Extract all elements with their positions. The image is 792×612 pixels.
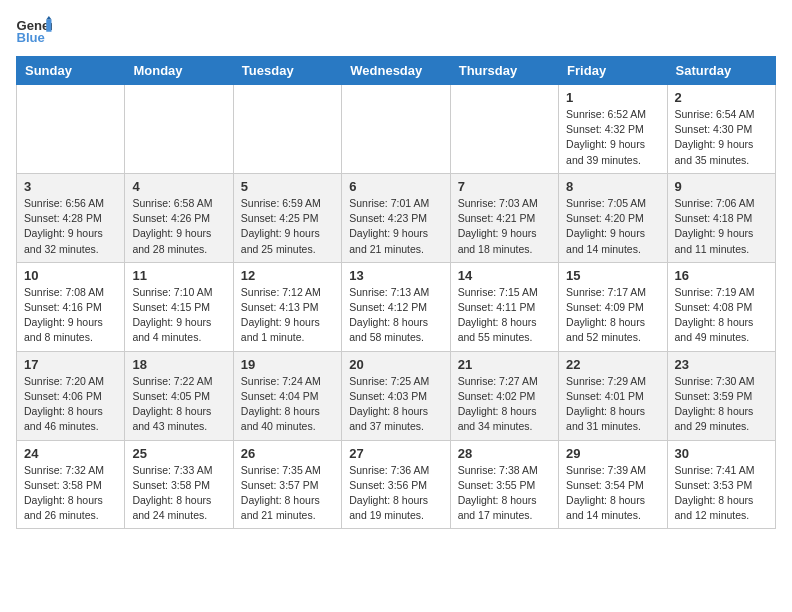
day-info: Sunrise: 7:38 AM Sunset: 3:55 PM Dayligh… [458,464,538,522]
day-cell: 28Sunrise: 7:38 AM Sunset: 3:55 PM Dayli… [450,440,558,529]
day-info: Sunrise: 6:56 AM Sunset: 4:28 PM Dayligh… [24,197,104,255]
logo-icon: General Blue [16,16,52,44]
day-cell: 30Sunrise: 7:41 AM Sunset: 3:53 PM Dayli… [667,440,775,529]
day-number: 20 [349,357,442,372]
day-cell: 3Sunrise: 6:56 AM Sunset: 4:28 PM Daylig… [17,173,125,262]
day-cell: 6Sunrise: 7:01 AM Sunset: 4:23 PM Daylig… [342,173,450,262]
day-info: Sunrise: 7:01 AM Sunset: 4:23 PM Dayligh… [349,197,429,255]
day-info: Sunrise: 6:54 AM Sunset: 4:30 PM Dayligh… [675,108,755,166]
day-cell: 20Sunrise: 7:25 AM Sunset: 4:03 PM Dayli… [342,351,450,440]
day-cell [450,85,558,174]
day-cell [125,85,233,174]
day-info: Sunrise: 7:19 AM Sunset: 4:08 PM Dayligh… [675,286,755,344]
day-number: 2 [675,90,768,105]
day-info: Sunrise: 7:12 AM Sunset: 4:13 PM Dayligh… [241,286,321,344]
day-info: Sunrise: 7:03 AM Sunset: 4:21 PM Dayligh… [458,197,538,255]
week-row-3: 10Sunrise: 7:08 AM Sunset: 4:16 PM Dayli… [17,262,776,351]
day-info: Sunrise: 7:06 AM Sunset: 4:18 PM Dayligh… [675,197,755,255]
day-number: 26 [241,446,334,461]
day-number: 7 [458,179,551,194]
col-header-sunday: Sunday [17,57,125,85]
day-info: Sunrise: 7:30 AM Sunset: 3:59 PM Dayligh… [675,375,755,433]
header-row: SundayMondayTuesdayWednesdayThursdayFrid… [17,57,776,85]
day-info: Sunrise: 7:24 AM Sunset: 4:04 PM Dayligh… [241,375,321,433]
day-cell: 26Sunrise: 7:35 AM Sunset: 3:57 PM Dayli… [233,440,341,529]
day-number: 28 [458,446,551,461]
day-number: 17 [24,357,117,372]
day-cell: 1Sunrise: 6:52 AM Sunset: 4:32 PM Daylig… [559,85,667,174]
day-number: 23 [675,357,768,372]
day-cell: 21Sunrise: 7:27 AM Sunset: 4:02 PM Dayli… [450,351,558,440]
week-row-1: 1Sunrise: 6:52 AM Sunset: 4:32 PM Daylig… [17,85,776,174]
day-number: 25 [132,446,225,461]
day-cell [342,85,450,174]
day-info: Sunrise: 7:25 AM Sunset: 4:03 PM Dayligh… [349,375,429,433]
day-info: Sunrise: 6:58 AM Sunset: 4:26 PM Dayligh… [132,197,212,255]
week-row-4: 17Sunrise: 7:20 AM Sunset: 4:06 PM Dayli… [17,351,776,440]
day-number: 27 [349,446,442,461]
day-number: 10 [24,268,117,283]
day-number: 22 [566,357,659,372]
col-header-saturday: Saturday [667,57,775,85]
day-number: 3 [24,179,117,194]
day-cell: 27Sunrise: 7:36 AM Sunset: 3:56 PM Dayli… [342,440,450,529]
day-info: Sunrise: 7:13 AM Sunset: 4:12 PM Dayligh… [349,286,429,344]
day-info: Sunrise: 6:59 AM Sunset: 4:25 PM Dayligh… [241,197,321,255]
day-info: Sunrise: 7:36 AM Sunset: 3:56 PM Dayligh… [349,464,429,522]
day-number: 24 [24,446,117,461]
day-info: Sunrise: 7:22 AM Sunset: 4:05 PM Dayligh… [132,375,212,433]
day-number: 30 [675,446,768,461]
day-number: 1 [566,90,659,105]
day-cell: 17Sunrise: 7:20 AM Sunset: 4:06 PM Dayli… [17,351,125,440]
day-cell: 12Sunrise: 7:12 AM Sunset: 4:13 PM Dayli… [233,262,341,351]
day-number: 15 [566,268,659,283]
svg-text:Blue: Blue [17,30,45,44]
header: General Blue [16,16,776,44]
day-number: 11 [132,268,225,283]
day-cell: 23Sunrise: 7:30 AM Sunset: 3:59 PM Dayli… [667,351,775,440]
day-info: Sunrise: 7:15 AM Sunset: 4:11 PM Dayligh… [458,286,538,344]
day-cell: 19Sunrise: 7:24 AM Sunset: 4:04 PM Dayli… [233,351,341,440]
day-info: Sunrise: 7:35 AM Sunset: 3:57 PM Dayligh… [241,464,321,522]
day-cell: 14Sunrise: 7:15 AM Sunset: 4:11 PM Dayli… [450,262,558,351]
day-cell: 11Sunrise: 7:10 AM Sunset: 4:15 PM Dayli… [125,262,233,351]
day-info: Sunrise: 7:27 AM Sunset: 4:02 PM Dayligh… [458,375,538,433]
day-info: Sunrise: 7:08 AM Sunset: 4:16 PM Dayligh… [24,286,104,344]
day-info: Sunrise: 7:29 AM Sunset: 4:01 PM Dayligh… [566,375,646,433]
day-info: Sunrise: 7:32 AM Sunset: 3:58 PM Dayligh… [24,464,104,522]
day-cell: 4Sunrise: 6:58 AM Sunset: 4:26 PM Daylig… [125,173,233,262]
day-number: 18 [132,357,225,372]
day-number: 6 [349,179,442,194]
day-number: 21 [458,357,551,372]
col-header-friday: Friday [559,57,667,85]
week-row-5: 24Sunrise: 7:32 AM Sunset: 3:58 PM Dayli… [17,440,776,529]
day-cell: 9Sunrise: 7:06 AM Sunset: 4:18 PM Daylig… [667,173,775,262]
day-cell: 15Sunrise: 7:17 AM Sunset: 4:09 PM Dayli… [559,262,667,351]
day-cell: 8Sunrise: 7:05 AM Sunset: 4:20 PM Daylig… [559,173,667,262]
day-info: Sunrise: 7:33 AM Sunset: 3:58 PM Dayligh… [132,464,212,522]
day-cell: 2Sunrise: 6:54 AM Sunset: 4:30 PM Daylig… [667,85,775,174]
col-header-tuesday: Tuesday [233,57,341,85]
day-number: 8 [566,179,659,194]
day-info: Sunrise: 7:05 AM Sunset: 4:20 PM Dayligh… [566,197,646,255]
day-cell [233,85,341,174]
day-cell [17,85,125,174]
day-cell: 10Sunrise: 7:08 AM Sunset: 4:16 PM Dayli… [17,262,125,351]
day-info: Sunrise: 7:17 AM Sunset: 4:09 PM Dayligh… [566,286,646,344]
day-cell: 24Sunrise: 7:32 AM Sunset: 3:58 PM Dayli… [17,440,125,529]
calendar-table: SundayMondayTuesdayWednesdayThursdayFrid… [16,56,776,529]
logo: General Blue [16,16,52,44]
day-cell: 5Sunrise: 6:59 AM Sunset: 4:25 PM Daylig… [233,173,341,262]
svg-marker-2 [46,20,51,32]
day-cell: 29Sunrise: 7:39 AM Sunset: 3:54 PM Dayli… [559,440,667,529]
day-info: Sunrise: 7:39 AM Sunset: 3:54 PM Dayligh… [566,464,646,522]
col-header-wednesday: Wednesday [342,57,450,85]
day-number: 14 [458,268,551,283]
day-number: 29 [566,446,659,461]
day-info: Sunrise: 6:52 AM Sunset: 4:32 PM Dayligh… [566,108,646,166]
day-number: 12 [241,268,334,283]
day-cell: 25Sunrise: 7:33 AM Sunset: 3:58 PM Dayli… [125,440,233,529]
day-cell: 7Sunrise: 7:03 AM Sunset: 4:21 PM Daylig… [450,173,558,262]
col-header-thursday: Thursday [450,57,558,85]
week-row-2: 3Sunrise: 6:56 AM Sunset: 4:28 PM Daylig… [17,173,776,262]
